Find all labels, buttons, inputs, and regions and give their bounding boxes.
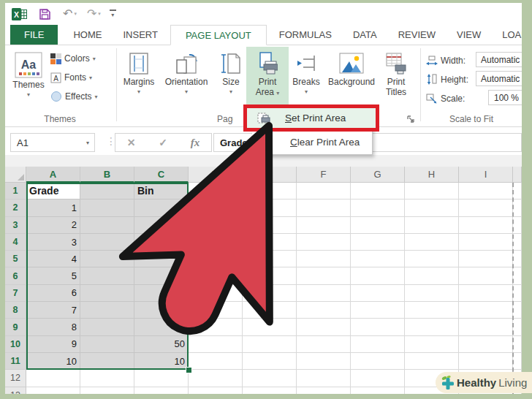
undo-button[interactable]: ↶ ▾ xyxy=(63,8,77,20)
cell-g8[interactable] xyxy=(351,302,405,319)
menu-item-set-print-area[interactable]: Set Print Area xyxy=(243,104,379,132)
column-header-b[interactable]: B xyxy=(80,167,134,183)
cell-e13[interactable] xyxy=(243,387,297,394)
cell-b6[interactable] xyxy=(80,267,134,284)
cell-g12[interactable] xyxy=(351,370,405,387)
name-box-caret-icon[interactable]: ▾ xyxy=(86,140,94,146)
cell-f8[interactable] xyxy=(297,302,351,319)
orientation-button[interactable]: Orientation ▾ xyxy=(160,47,213,114)
cell-d13[interactable] xyxy=(189,387,243,394)
cell-d4[interactable] xyxy=(189,234,243,251)
tab-load[interactable]: LOAD xyxy=(493,25,522,45)
cell-e3[interactable] xyxy=(243,217,297,234)
cancel-icon[interactable]: ✕ xyxy=(127,137,136,148)
cell-i11[interactable] xyxy=(459,353,513,370)
cell-e7[interactable] xyxy=(243,285,297,302)
size-button[interactable]: Size ▾ xyxy=(216,47,246,114)
cell-a7[interactable]: 6 xyxy=(26,285,80,302)
cell-g6[interactable] xyxy=(351,267,405,284)
cell-f1[interactable] xyxy=(297,183,351,200)
cell-b13[interactable] xyxy=(80,387,134,394)
undo-caret-icon[interactable]: ▾ xyxy=(74,11,77,17)
cell-d3[interactable] xyxy=(189,217,243,234)
cell-a10[interactable]: 9 xyxy=(26,336,80,353)
cell-g13[interactable] xyxy=(351,387,405,394)
cell-a4[interactable]: 3 xyxy=(26,234,80,251)
cell-e4[interactable] xyxy=(243,234,297,251)
tab-home[interactable]: HOME xyxy=(64,25,110,45)
cell-d9[interactable] xyxy=(189,319,243,335)
cell-a1[interactable]: Grade xyxy=(26,183,80,200)
cell-c2[interactable] xyxy=(134,200,189,216)
cell-i4[interactable] xyxy=(459,234,513,251)
cell-c5[interactable]: 9 xyxy=(134,251,189,267)
cell-b8[interactable] xyxy=(80,302,134,319)
redo-button[interactable]: ↷ ▾ xyxy=(87,8,101,20)
cell-g4[interactable] xyxy=(351,234,405,251)
cell-i5[interactable] xyxy=(459,251,513,267)
cell-f13[interactable] xyxy=(297,387,351,394)
colors-button[interactable]: Colors ▾ xyxy=(50,51,96,66)
cell-b4[interactable] xyxy=(80,234,134,251)
cell-d7[interactable] xyxy=(189,285,243,302)
cell-c6[interactable]: 1 xyxy=(134,267,189,284)
cell-h3[interactable] xyxy=(405,217,459,234)
cell-c7[interactable] xyxy=(134,285,189,302)
row-header-12[interactable]: 12 xyxy=(5,370,26,387)
tab-page-layout[interactable]: PAGE LAYOUT xyxy=(170,25,267,45)
tab-file[interactable]: FILE xyxy=(10,25,58,45)
cell-d1[interactable] xyxy=(189,183,243,200)
cell-h4[interactable] xyxy=(405,234,459,251)
cell-f3[interactable] xyxy=(297,217,351,234)
fill-handle[interactable] xyxy=(186,367,192,373)
row-header-2[interactable]: 2 xyxy=(5,200,26,216)
cell-c10[interactable]: 50 xyxy=(134,336,189,353)
width-select[interactable]: Automatic xyxy=(476,52,522,67)
cell-f5[interactable] xyxy=(297,251,351,267)
cell-g1[interactable] xyxy=(351,183,405,200)
column-header-i[interactable]: I xyxy=(459,167,513,183)
row-header-11[interactable]: 11 xyxy=(5,353,26,370)
cell-b2[interactable] xyxy=(80,200,134,216)
cell-g5[interactable] xyxy=(351,251,405,267)
column-header-e[interactable]: E xyxy=(243,167,297,183)
cell-b12[interactable] xyxy=(80,370,134,387)
cell-d11[interactable] xyxy=(189,353,243,370)
cell-b5[interactable] xyxy=(80,251,134,267)
cell-e1[interactable] xyxy=(243,183,297,200)
enter-icon[interactable]: ✓ xyxy=(159,137,167,148)
cell-c1[interactable]: Bin xyxy=(134,183,189,200)
cell-a2[interactable]: 1 xyxy=(26,200,80,216)
cell-h9[interactable] xyxy=(405,319,459,335)
print-titles-button[interactable]: Print Titles xyxy=(379,47,413,114)
cell-g10[interactable] xyxy=(351,336,405,353)
column-header-d[interactable]: D xyxy=(189,167,243,183)
cell-b7[interactable] xyxy=(80,285,134,302)
tab-data[interactable]: DATA xyxy=(344,25,386,45)
cell-f6[interactable] xyxy=(297,267,351,284)
column-header-f[interactable]: F xyxy=(297,167,351,183)
cell-h2[interactable] xyxy=(405,200,459,216)
name-box[interactable]: A1 ▾ xyxy=(10,133,95,152)
cell-e5[interactable] xyxy=(243,251,297,267)
row-header-4[interactable]: 4 xyxy=(5,234,26,251)
page-setup-dialog-launcher[interactable] xyxy=(406,113,414,126)
cell-c9[interactable] xyxy=(134,319,189,335)
cell-f9[interactable] xyxy=(297,319,351,335)
menu-item-clear-print-area[interactable]: Clear Print Area xyxy=(252,131,371,153)
tab-insert[interactable]: INSERT xyxy=(114,25,166,45)
cell-c11[interactable]: 10 xyxy=(134,353,189,370)
cell-i6[interactable] xyxy=(459,267,513,284)
cell-i7[interactable] xyxy=(459,285,513,302)
cell-h10[interactable] xyxy=(405,336,459,353)
cell-f11[interactable] xyxy=(297,353,351,370)
cell-f10[interactable] xyxy=(297,336,351,353)
cell-h6[interactable] xyxy=(405,267,459,284)
row-header-10[interactable]: 10 xyxy=(5,336,26,353)
cell-i9[interactable] xyxy=(459,319,513,335)
column-header-g[interactable]: G xyxy=(351,167,405,183)
customize-qat-button[interactable]: ▾ xyxy=(110,10,116,18)
cell-e9[interactable] xyxy=(243,319,297,335)
cell-e11[interactable] xyxy=(243,353,297,370)
cell-c13[interactable] xyxy=(134,387,189,394)
